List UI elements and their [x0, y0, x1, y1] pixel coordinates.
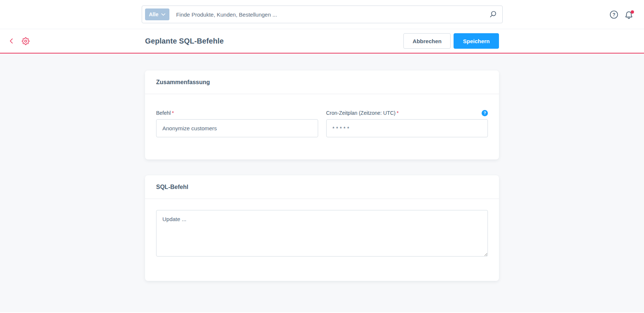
sql-card-body: Update ... [145, 199, 499, 281]
search-icon[interactable] [489, 10, 497, 18]
command-field: Befehl* [156, 110, 318, 137]
gear-icon[interactable] [21, 36, 30, 46]
back-chevron-icon[interactable] [7, 36, 16, 46]
page-title: Geplante SQL-Befehle [145, 37, 224, 45]
required-marker: * [397, 110, 399, 116]
search-filter-dropdown[interactable]: Alle [145, 8, 170, 20]
summary-card-body: Befehl* Cron-Zeitplan (Zeitzone: UTC)* ? [145, 94, 499, 159]
summary-card-header: Zusammenfassung [145, 70, 499, 94]
help-circle-icon[interactable]: ? [609, 10, 619, 20]
sql-command-textarea[interactable]: Update ... [156, 210, 488, 257]
smart-bar-left [7, 29, 30, 53]
sql-card-header: SQL-Befehl [145, 175, 499, 199]
cron-field-label: Cron-Zeitplan (Zeitzone: UTC)* [326, 110, 399, 116]
sql-card-title: SQL-Befehl [156, 184, 188, 190]
page-content: Zusammenfassung Befehl* Cron-Zeitplan (Z… [0, 54, 644, 312]
chevron-down-icon [161, 13, 165, 16]
save-button[interactable]: Speichern [454, 33, 499, 49]
smart-bar-actions: Abbrechen Speichern [403, 33, 499, 49]
search-input[interactable] [175, 11, 489, 18]
command-field-label: Befehl* [156, 110, 174, 116]
svg-text:?: ? [612, 12, 615, 17]
global-search-bar[interactable]: Alle [142, 6, 503, 23]
command-input[interactable] [156, 119, 318, 137]
top-bar-actions: ? [609, 0, 634, 29]
cancel-button[interactable]: Abbrechen [403, 33, 451, 49]
sql-card: SQL-Befehl Update ... [145, 175, 499, 281]
notification-dot [631, 10, 634, 14]
summary-card-title: Zusammenfassung [156, 79, 210, 86]
search-filter-label: Alle [149, 11, 159, 17]
cron-input[interactable] [326, 119, 488, 137]
cron-field-label-row: Cron-Zeitplan (Zeitzone: UTC)* ? [326, 110, 488, 116]
cron-help-icon[interactable]: ? [482, 110, 488, 116]
required-marker: * [172, 110, 174, 116]
bell-icon[interactable] [624, 10, 634, 20]
summary-card: Zusammenfassung Befehl* Cron-Zeitplan (Z… [145, 70, 499, 159]
command-field-label-row: Befehl* [156, 110, 318, 116]
cron-field: Cron-Zeitplan (Zeitzone: UTC)* ? [326, 110, 488, 137]
smart-bar: Geplante SQL-Befehle Abbrechen Speichern [0, 29, 644, 54]
top-bar: Alle ? [0, 0, 644, 29]
